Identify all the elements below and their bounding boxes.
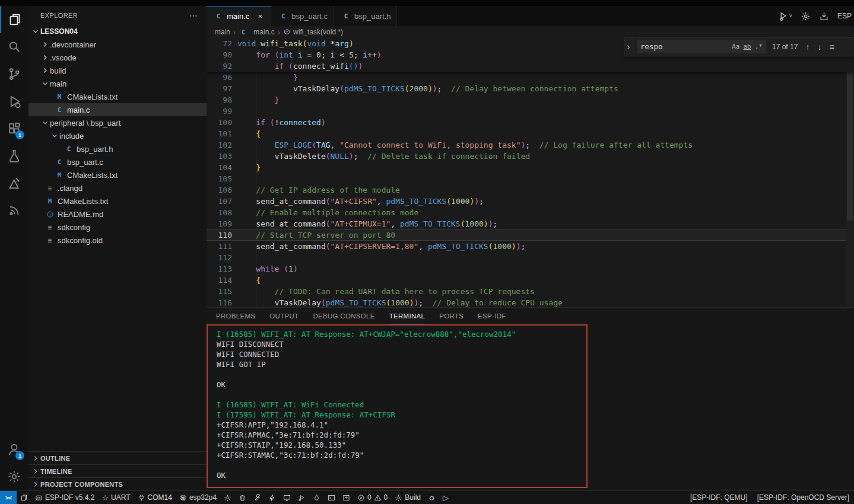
status-remote[interactable]: >< (0, 491, 17, 504)
tree-item-cmakelists.txt[interactable]: MCMakeLists.txt (28, 90, 207, 103)
code-line-100[interactable]: 100 if (!connected) (207, 117, 854, 128)
sidebar-more-actions-icon[interactable]: ⋯ (189, 11, 198, 20)
tab-bsp_uart-h[interactable]: Cbsp_uart.h (334, 6, 397, 26)
tree-item-.vscode[interactable]: .vscode (28, 51, 207, 64)
tree-item-main[interactable]: main (28, 77, 207, 90)
code-line-116[interactable]: 116 vTaskDelay(pdMS_TO_TICKS(1000)); // … (207, 297, 854, 307)
panel-tab-problems[interactable]: PROBLEMS (216, 308, 255, 324)
code-line-111[interactable]: 111 send_at_command("AT+CIPSERVER=1,80",… (207, 241, 854, 252)
panel-tab-debug-console[interactable]: DEBUG CONSOLE (313, 308, 374, 324)
panel-tab-esp-idf[interactable]: ESP-IDF (478, 308, 506, 324)
activity-search[interactable] (0, 33, 28, 60)
breadcrumb-item[interactable]: Cmain.c (239, 28, 274, 36)
status-serial-port[interactable]: COM14 (134, 491, 176, 504)
code-line-107[interactable]: 107 send_at_command("AT+CIFSR", pdMS_TO_… (207, 196, 854, 207)
tab-main-c[interactable]: Cmain.c× (207, 6, 271, 26)
code-line-104[interactable]: 104 } (207, 162, 854, 173)
code-line-99[interactable]: 99 (207, 106, 854, 117)
status-flame[interactable] (309, 491, 324, 504)
activity-source-control[interactable] (0, 60, 28, 88)
code-line-98[interactable]: 98 } (207, 94, 854, 106)
tree-item-peripheral-bsp-uart[interactable]: peripheral \ bsp_uart (28, 116, 207, 129)
tree-item-sdkconfig[interactable]: ≡sdkconfig (28, 221, 207, 234)
section-outline[interactable]: OUTLINE (28, 451, 207, 464)
tree-item-include[interactable]: include (28, 129, 207, 142)
code-line-114[interactable]: 114 { (207, 275, 854, 286)
tree-item-sdkconfig.old[interactable]: ≡sdkconfig.old (28, 234, 207, 247)
status-debug-bug[interactable] (424, 491, 439, 504)
code-line-113[interactable]: 113 while (1) (207, 263, 854, 275)
tree-item-cmakelists.txt[interactable]: MCMakeLists.txt (28, 168, 207, 181)
activity-manage[interactable] (0, 463, 28, 490)
activity-accounts[interactable]: 1 (0, 436, 28, 463)
close-icon[interactable]: × (255, 12, 265, 21)
tree-item-cmakelists.txt[interactable]: MCMakeLists.txt (28, 194, 207, 208)
activity-extensions[interactable]: 1 (0, 115, 28, 142)
code-line-115[interactable]: 115 // TODO: Can read UART data here to … (207, 286, 854, 297)
code-line-101[interactable]: 101 { (207, 128, 854, 139)
section-project-components[interactable]: PROJECT COMPONENTS (28, 477, 207, 490)
previous-match-icon[interactable]: ↑ (805, 42, 809, 52)
code-line-108[interactable]: 108 // Enable multiple connections mode (207, 207, 854, 218)
status-esp-idf-qemu[interactable]: [ESP-IDF: QEMU] (685, 491, 753, 504)
tree-item-build[interactable]: build (28, 64, 207, 77)
code-line-103[interactable]: 103 vTaskDelete(NULL); // Delete task if… (207, 151, 854, 162)
status-esp-idf-version[interactable]: ESP-IDF v5.4.2 (31, 491, 98, 504)
activity-esp-idf-tools[interactable] (0, 170, 28, 197)
activity-explorer[interactable] (0, 6, 28, 33)
tree-item-main.c[interactable]: Cmain.c (28, 103, 207, 116)
terminal-output[interactable]: I (16585) WIFI_AT: AT Response: AT+CWJAP… (217, 329, 848, 488)
status-flash-method[interactable]: ☆UART (98, 491, 134, 504)
status-esp-idf-openocd[interactable]: [ESP-IDF: OpenOCD Server] (753, 491, 854, 504)
tree-item-bsp-uart.h[interactable]: Cbsp_uart.h (28, 142, 207, 155)
panel-tab-ports[interactable]: PORTS (439, 308, 463, 324)
status-build[interactable]: Build (391, 491, 424, 504)
tree-item-bsp-uart.c[interactable]: Cbsp_uart.c (28, 155, 207, 168)
match-case-toggle[interactable]: Aa (732, 43, 739, 50)
panel-tab-terminal[interactable]: TERMINAL (389, 308, 426, 324)
tree-item-lesson04[interactable]: LESSON04 (28, 25, 207, 38)
status-device-target[interactable]: esp32p4 (176, 491, 220, 504)
find-in-selection-icon[interactable]: ≡ (829, 42, 834, 52)
status-open-idf-terminal[interactable] (339, 491, 354, 504)
panel-tab-output[interactable]: OUTPUT (269, 308, 299, 324)
status-problems[interactable]: 00 (354, 491, 391, 504)
code-line-110[interactable]: 110 // Start TCP server on port 80 (207, 229, 854, 241)
tab-bsp_uart-c[interactable]: Cbsp_uart.c (271, 6, 334, 26)
whole-word-toggle[interactable]: ab (744, 43, 751, 50)
next-match-icon[interactable]: ↓ (817, 42, 821, 52)
status-full-clean[interactable] (235, 491, 250, 504)
find-input[interactable]: respo Aa ab .* (637, 40, 766, 53)
status-flash[interactable] (265, 491, 280, 504)
code-line-97[interactable]: 97 vTaskDelay(pdMS_TO_TICKS(2000)); // D… (207, 83, 854, 94)
tree-item-.clangd[interactable]: ≡.clangd (28, 181, 207, 194)
status-menuconfig[interactable] (220, 491, 235, 504)
gear-icon[interactable] (801, 11, 811, 21)
tree-item-readme.md[interactable]: README.md (28, 208, 207, 221)
breadcrumb-item[interactable]: main (215, 28, 230, 36)
status-editor-layout[interactable] (17, 491, 31, 504)
run-or-debug-icon[interactable]: ˅ (779, 11, 792, 21)
tree-item-.devcontainer[interactable]: .devcontainer (28, 38, 207, 51)
install-extension-icon[interactable] (819, 11, 829, 21)
code-line-96[interactable]: 96 } (207, 72, 854, 83)
code-line-102[interactable]: 102 ESP_LOGE(TAG, "Cannot connect to WiF… (207, 139, 854, 151)
code-line-109[interactable]: 109 send_at_command("AT+CIPMUX=1", pdMS_… (207, 218, 854, 229)
regex-toggle[interactable]: .* (755, 43, 763, 50)
activity-espressif[interactable] (0, 197, 28, 224)
activity-testing[interactable] (0, 142, 28, 170)
breadcrumb-item[interactable]: wifi_task(void *) (283, 28, 343, 36)
editor-scrollbar[interactable] (846, 38, 854, 307)
code-line-112[interactable]: 112 (207, 252, 854, 263)
status-monitor[interactable] (280, 491, 294, 504)
code-editor[interactable]: 72void wifi_task(void *arg)90 for (int i… (207, 38, 854, 307)
code-line-105[interactable]: 105 (207, 173, 854, 184)
status-build-tool[interactable] (250, 491, 265, 504)
toggle-replace-icon[interactable]: › (624, 37, 633, 56)
status-debug[interactable] (294, 491, 309, 504)
section-timeline[interactable]: TIMELINE (28, 464, 207, 477)
activity-run-and-debug[interactable] (0, 88, 28, 115)
status-run[interactable]: ▷ (439, 491, 452, 504)
status-terminal[interactable] (324, 491, 339, 504)
code-line-106[interactable]: 106 // Get IP address of the module (207, 184, 854, 196)
